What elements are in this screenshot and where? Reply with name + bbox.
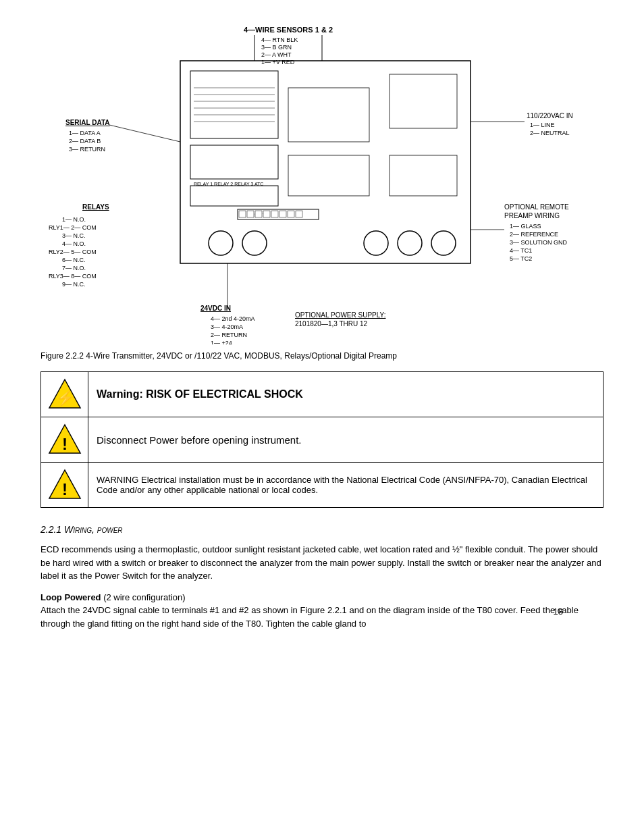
svg-text:RLY3— 8— COM: RLY3— 8— COM [49,273,97,280]
svg-text:RELAYS: RELAYS [82,203,109,211]
svg-text:2— A WHT: 2— A WHT [261,51,292,58]
svg-text:3— RETURN: 3— RETURN [69,146,105,153]
svg-text:24VDC IN: 24VDC IN [200,305,231,312]
svg-line-21 [109,125,180,142]
svg-rect-67 [271,211,278,217]
svg-rect-68 [279,211,286,217]
svg-text:4—WIRE SENSORS 1 & 2: 4—WIRE SENSORS 1 & 2 [244,26,333,34]
svg-rect-65 [255,211,262,217]
svg-text:2101820—1,3 THRU 12: 2101820—1,3 THRU 12 [295,320,368,328]
warning-icon-cell-2: ! [41,417,88,463]
svg-text:110/220VAC IN: 110/220VAC IN [527,112,573,120]
svg-rect-5 [288,155,369,196]
paragraph-2: Loop Powered (2 wire configuration) Atta… [41,591,603,631]
svg-text:3— SOLUTION GND: 3— SOLUTION GND [510,239,568,246]
figure-caption: Figure 2.2.2 4-Wire Transmitter, 24VDC o… [41,351,603,361]
svg-text:RLY1— 2— COM: RLY1— 2— COM [49,224,97,231]
svg-point-11 [398,231,422,255]
page-number: 18 [554,606,563,617]
svg-text:6— N.C.: 6— N.C. [62,257,86,263]
svg-text:RLY2— 5— COM: RLY2— 5— COM [49,249,97,255]
svg-text:2— DATA B: 2— DATA B [69,138,101,145]
svg-text:4— 2nd 4-20mA: 4— 2nd 4-20mA [211,315,255,322]
svg-rect-0 [180,61,471,263]
svg-point-9 [242,231,267,255]
svg-point-8 [209,231,233,255]
svg-text:3— B GRN: 3— B GRN [261,44,292,51]
svg-text:1— +24: 1— +24 [211,340,232,344]
svg-rect-70 [296,211,302,217]
svg-text:⚡: ⚡ [55,389,74,407]
svg-text:4— N.O.: 4— N.O. [62,240,86,247]
svg-text:3— 4-20mA: 3— 4-20mA [211,323,243,330]
svg-rect-3 [190,186,278,206]
svg-text:1— +V RED: 1— +V RED [261,59,295,66]
svg-text:9— N.C.: 9— N.C. [62,281,86,288]
svg-point-10 [364,231,388,255]
warning-row-3: ! WARNING Electrical installation must b… [41,463,603,508]
warning-text-3: WARNING Electrical installation must be … [88,463,603,508]
svg-text:2— REFERENCE: 2— REFERENCE [510,231,558,238]
svg-text:RELAY 1  RELAY 2  RELAY 3  ATC: RELAY 1 RELAY 2 RELAY 3 ATC [194,182,263,186]
svg-rect-64 [247,211,254,217]
svg-text:3— N.C.: 3— N.C. [62,232,86,239]
diagram-container: 4—WIRE SENSORS 1 & 2 4— RTN BLK 3— B GRN… [41,20,603,344]
loop-powered-body: Attach the 24VDC signal cable to termina… [41,605,579,629]
svg-text:OPTIONAL  REMOTE: OPTIONAL REMOTE [504,203,569,211]
loop-powered-suffix: (2 wire configuration) [101,592,186,602]
svg-text:1— LINE: 1— LINE [530,122,555,128]
svg-text:4— RTN BLK: 4— RTN BLK [261,36,298,43]
exclaim-warning-icon-1: ! [48,423,82,457]
loop-powered-label: Loop Powered [41,592,101,602]
svg-rect-1 [190,71,278,138]
svg-text:OPTIONAL POWER SUPPLY:: OPTIONAL POWER SUPPLY: [295,311,385,319]
warning-row-1: ⚡ Warning: RISK OF ELECTRICAL SHOCK [41,372,603,417]
warning-text-1: Warning: RISK OF ELECTRICAL SHOCK [88,372,603,417]
svg-rect-4 [288,88,369,142]
svg-rect-6 [390,74,457,128]
svg-point-12 [431,231,456,255]
warning-row-2: ! Disconnect Power before opening instru… [41,417,603,463]
svg-rect-69 [288,211,294,217]
exclaim-warning-icon-2: ! [48,468,82,502]
warning-table: ⚡ Warning: RISK OF ELECTRICAL SHOCK ! Di… [41,371,603,508]
section-heading: 2.2.1 Wiring, power [41,524,603,535]
warning-text-2: Disconnect Power before opening instrume… [88,417,603,463]
svg-rect-63 [239,211,246,217]
svg-rect-7 [390,155,457,196]
svg-text:7— N.O.: 7— N.O. [62,265,86,271]
svg-text:1— N.O.: 1— N.O. [62,216,86,223]
paragraph-1: ECD recommends using a thermoplastic, ou… [41,543,603,583]
svg-text:!: ! [62,435,68,453]
svg-text:4— TC1: 4— TC1 [510,247,532,254]
svg-text:5— TC2: 5— TC2 [510,255,532,262]
svg-text:1— GLASS: 1— GLASS [510,223,541,230]
svg-text:SERIAL  DATA: SERIAL DATA [65,119,110,126]
warning-icon-cell-1: ⚡ [41,372,88,417]
warning-icon-cell-3: ! [41,463,88,508]
svg-rect-66 [263,211,270,217]
svg-text:2— RETURN: 2— RETURN [211,332,247,338]
svg-text:1— DATA A: 1— DATA A [69,130,101,136]
svg-text:PREAMP  WIRING: PREAMP WIRING [504,212,560,219]
svg-rect-2 [190,145,278,179]
lightning-warning-icon: ⚡ [48,377,82,411]
svg-text:!: ! [62,480,68,498]
svg-text:2— NEUTRAL: 2— NEUTRAL [530,130,570,136]
